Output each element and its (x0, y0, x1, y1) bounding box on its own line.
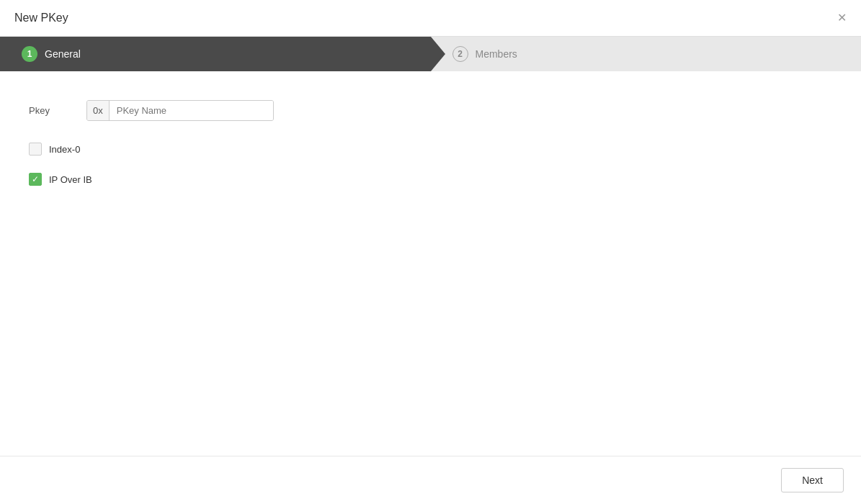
next-button[interactable]: Next (781, 468, 844, 492)
index0-checkbox[interactable] (29, 143, 42, 156)
steps-bar: 1 General 2 Members (0, 37, 861, 71)
pkey-row: Pkey 0x (29, 100, 832, 121)
new-pkey-dialog: New PKey ✕ 1 General 2 Members Pkey 0x I… (0, 0, 861, 504)
step-general-label: General (45, 48, 81, 60)
pkey-prefix: 0x (87, 101, 110, 120)
ip-over-ib-row: ✓ IP Over IB (29, 173, 832, 186)
dialog-header: New PKey ✕ (0, 0, 861, 37)
step-general-number: 1 (22, 46, 37, 62)
dialog-title: New PKey (14, 12, 68, 24)
step-members[interactable]: 2 Members (431, 37, 862, 71)
ip-over-ib-checkbox[interactable]: ✓ (29, 173, 42, 186)
step-general[interactable]: 1 General (0, 37, 431, 71)
ip-over-ib-label: IP Over IB (49, 174, 92, 185)
index0-row: Index-0 (29, 143, 832, 156)
index0-label: Index-0 (49, 144, 80, 155)
pkey-label: Pkey (29, 105, 86, 116)
close-icon[interactable]: ✕ (837, 12, 847, 24)
pkey-input[interactable] (110, 101, 273, 120)
step-members-label: Members (476, 48, 517, 60)
pkey-input-wrapper: 0x (86, 100, 274, 121)
step-members-number: 2 (452, 46, 468, 62)
dialog-footer: Next (0, 456, 861, 504)
dialog-content: Pkey 0x Index-0 ✓ IP Over IB (0, 71, 861, 232)
